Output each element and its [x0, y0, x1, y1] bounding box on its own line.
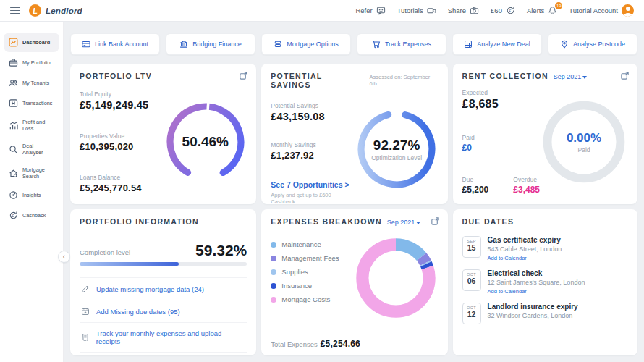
expenses-breakdown-card: EXPENSES BREAKDOWN Sep 2021 Maintenance …: [261, 209, 447, 355]
date-badge: SEP 15: [462, 236, 481, 258]
transactions-icon: [9, 98, 18, 108]
cashback-balance[interactable]: £60 £: [491, 6, 515, 15]
cart-icon: [372, 40, 381, 49]
sidebar-collapse-button[interactable]: ‹: [58, 251, 70, 263]
date-badge: OCT 06: [462, 269, 481, 291]
rent-collection-title: RENT COLLECTION: [462, 72, 548, 80]
portfolio-ltv-card: PORTFOLIO LTV Total Equity £5,149,249.45…: [70, 64, 256, 204]
add-due-dates-link[interactable]: Add Missing due dates (95): [80, 300, 247, 323]
sidebar-item-insights[interactable]: Insights: [4, 185, 59, 205]
legend-supplies: Supplies: [271, 268, 352, 276]
receipt-icon: [81, 333, 90, 342]
svg-text:£: £: [509, 9, 511, 13]
rent-paid-percentage: 0.00%: [567, 131, 601, 146]
expenses-period-dropdown[interactable]: Sep 2021: [387, 219, 421, 226]
completion-progress-fill: [80, 262, 179, 266]
expand-card-icon[interactable]: [239, 71, 248, 80]
refer-link[interactable]: Refer: [355, 6, 385, 15]
loans-balance-stat: Loans Balance £5,245,770.54: [80, 174, 164, 193]
deal-analyser-icon: [9, 145, 18, 154]
total-equity-stat: Total Equity £5,149,249.45: [80, 90, 164, 111]
expenses-breakdown-title: EXPENSES BREAKDOWN: [271, 217, 382, 226]
sidebar-item-my-tenants[interactable]: My Tenants: [4, 73, 59, 93]
due-date-item: OCT 06 Electrical check 12 Saint James's…: [462, 269, 628, 295]
camera-icon: [470, 6, 479, 15]
alerts-link[interactable]: Alerts 19: [527, 6, 557, 15]
main-content: Link Bank Account Bridging Finance Mortg…: [64, 22, 644, 362]
due-dates-title: DUE DATES: [462, 217, 514, 226]
paid-stat: Paid £0: [462, 134, 540, 153]
sidebar-item-deal-analyser[interactable]: Deal Analyser: [4, 138, 59, 161]
link-bank-account-button[interactable]: Link Bank Account: [70, 33, 160, 55]
account-menu[interactable]: Tutorial Account: [569, 4, 634, 17]
sidebar-item-mortgage-search[interactable]: Mortgage Search: [4, 161, 59, 185]
properties-value-stat: Properties Value £10,395,020: [80, 132, 164, 152]
top-bar: L Lendlord Refer Tutorials Share £60 £ A…: [0, 0, 644, 22]
potential-savings-card: POTENTIAL SAVINGS Assessed on: September…: [261, 64, 447, 204]
rent-paid-label: Paid: [577, 146, 590, 153]
avatar: [622, 4, 634, 17]
bank-card-icon: [82, 40, 90, 49]
calculator-icon: [464, 40, 473, 49]
overdue-stat: Overdue £3,485: [513, 176, 540, 195]
portfolio-ltv-title: PORTFOLIO LTV: [80, 72, 152, 80]
tutorials-link[interactable]: Tutorials: [397, 6, 436, 15]
hamburger-menu-icon[interactable]: [10, 7, 20, 14]
potential-savings-title: POTENTIAL SAVINGS: [271, 72, 364, 89]
total-expenses: Total Expenses£5,254.66: [271, 339, 360, 349]
due-date-item: OCT 12 Landlord insurance expiry 32 Wind…: [462, 303, 628, 324]
bank-building-icon: [179, 40, 188, 49]
analyse-postcode-button[interactable]: Analyse Postcode: [548, 33, 637, 55]
mortgage-options-button[interactable]: Mortgage Options: [261, 33, 351, 55]
chat-smile-icon: [376, 6, 386, 15]
ltv-percentage: 50.46%: [182, 134, 229, 150]
share-link[interactable]: Share: [448, 6, 479, 15]
sidebar-item-dashboard[interactable]: Dashboard: [4, 33, 59, 52]
legend-mortgage-costs: Mortgage Costs: [271, 295, 352, 303]
completion-percentage: 59.32%: [195, 242, 247, 259]
due-date-item: SEP 15 Gas certificate expiry 543 Cable …: [462, 236, 628, 261]
sidebar-item-profit-and-loss[interactable]: Profit and Loss: [4, 114, 59, 137]
profit-loss-icon: [9, 121, 18, 130]
rent-period-dropdown[interactable]: Sep 2021: [554, 73, 588, 80]
track-expenses-button[interactable]: Track Expenses: [357, 33, 446, 55]
map-pin-icon: [560, 40, 569, 49]
optimization-gauge: 92.27% Optimization Level: [355, 95, 438, 203]
expand-card-icon[interactable]: [431, 216, 440, 226]
optimization-percentage: 92.27%: [373, 138, 420, 153]
cashback-refresh-icon: £: [506, 6, 515, 15]
portfolio-information-title: PORTFOLIO INFORMATION: [80, 217, 199, 226]
expenses-legend: Maintenance Management Fees Supplies Ins…: [271, 230, 352, 326]
coins-icon: [274, 40, 282, 49]
add-to-calendar-link[interactable]: Add to Calendar: [488, 288, 585, 295]
lendlord-logo-icon[interactable]: L: [29, 4, 41, 17]
caret-down-icon: [582, 76, 587, 79]
video-camera-icon: [427, 6, 436, 15]
sidebar-item-transactions[interactable]: Transactions: [4, 93, 59, 113]
tenants-icon: [9, 78, 18, 88]
insights-icon: [9, 190, 18, 200]
update-mortgage-data-link[interactable]: Update missing mortgage data (24): [80, 277, 247, 300]
dashboard-icon: [9, 38, 18, 47]
portfolio-information-card: PORTFOLIO INFORMATION Completion level 5…: [70, 209, 256, 355]
alerts-badge: 19: [555, 2, 562, 9]
portfolio-tasks-list: Update missing mortgage data (24) Add Mi…: [80, 277, 247, 353]
legend-management-fees: Management Fees: [271, 254, 352, 262]
bridging-finance-button[interactable]: Bridging Finance: [166, 33, 255, 55]
portfolio-ltv-gauge: 50.46%: [164, 88, 247, 196]
expand-card-icon[interactable]: [620, 71, 630, 80]
expected-stat: Expected £8,685: [462, 89, 540, 111]
cashback-note: Apply and get up to £600 Cashback: [271, 192, 355, 205]
sidebar-item-cashback[interactable]: £ Cashback: [4, 206, 59, 225]
monthly-savings-stat: Monthly Savings £1,237.92: [271, 141, 355, 161]
see-opportunities-link[interactable]: See 7 Opportunities >: [271, 180, 355, 189]
analyze-new-deal-button[interactable]: Analyze New Deal: [452, 33, 542, 55]
sidebar-item-my-portfolio[interactable]: My Portfolio: [4, 53, 59, 72]
add-to-calendar-link[interactable]: Add to Calendar: [488, 255, 562, 261]
rent-collection-card: RENT COLLECTION Sep 2021 Expected £8,685…: [453, 64, 637, 204]
caret-down-icon: [416, 222, 420, 224]
track-expenses-link[interactable]: Track your monthly expenses and upload r…: [80, 323, 247, 353]
legend-maintenance: Maintenance: [271, 240, 352, 248]
completion-level-label: Completion level: [80, 248, 130, 259]
mortgage-search-icon: [9, 169, 18, 178]
